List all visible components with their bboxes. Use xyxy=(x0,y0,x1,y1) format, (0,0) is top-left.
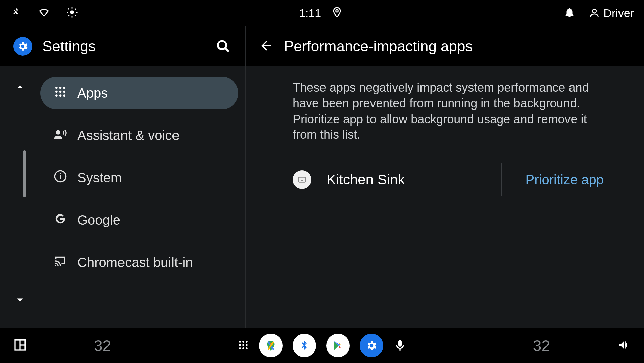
volume-icon[interactable] xyxy=(617,338,631,353)
status-bar: 1:11 Driver xyxy=(0,0,644,26)
user-label: Driver xyxy=(603,7,634,20)
app-row: Kitchen Sink Prioritize app xyxy=(293,163,604,196)
scroll-up-button[interactable] xyxy=(13,80,27,95)
cast-icon xyxy=(54,254,67,271)
svg-point-17 xyxy=(59,90,62,93)
sidebar-item-system[interactable]: System xyxy=(40,161,238,194)
detail-title: Performance-impacting apps xyxy=(284,38,473,55)
app-name: Kitchen Sink xyxy=(327,172,405,188)
notifications-icon[interactable] xyxy=(564,7,575,19)
app-launcher-button[interactable] xyxy=(238,339,249,352)
search-button[interactable] xyxy=(215,38,232,55)
svg-point-16 xyxy=(55,90,58,93)
svg-line-8 xyxy=(75,9,76,10)
svg-point-36 xyxy=(246,344,248,346)
svg-point-22 xyxy=(56,130,60,134)
svg-line-12 xyxy=(225,48,229,52)
svg-point-33 xyxy=(246,341,248,343)
sidebar-item-label: Apps xyxy=(77,86,108,101)
prioritize-app-button[interactable]: Prioritize app xyxy=(502,172,604,187)
sidebar-item-label: Assistant & voice xyxy=(77,128,180,143)
detail-header: Performance-impacting apps xyxy=(246,26,644,66)
svg-point-0 xyxy=(70,10,74,14)
svg-point-35 xyxy=(242,344,244,346)
sidebar-scrollbar[interactable] xyxy=(23,150,26,197)
svg-point-14 xyxy=(59,87,62,89)
bluetooth-icon xyxy=(10,7,21,19)
sidebar-header: Settings xyxy=(0,26,245,66)
svg-point-34 xyxy=(239,344,241,346)
svg-point-32 xyxy=(242,341,244,343)
temp-right[interactable]: 32 xyxy=(533,336,550,355)
svg-point-39 xyxy=(246,347,248,349)
svg-line-7 xyxy=(68,15,69,16)
svg-point-37 xyxy=(239,347,241,349)
app-icon xyxy=(293,170,311,189)
app-info[interactable]: Kitchen Sink xyxy=(293,170,501,189)
svg-point-9 xyxy=(336,10,338,12)
svg-point-19 xyxy=(55,94,58,97)
back-button[interactable] xyxy=(259,38,274,54)
svg-point-31 xyxy=(239,341,241,343)
svg-rect-25 xyxy=(60,173,61,174)
detail-description: These apps negatively impact system perf… xyxy=(293,80,604,143)
svg-point-10 xyxy=(593,9,596,13)
sidebar-item-chromecast[interactable]: Chromecast built-in xyxy=(40,246,238,279)
sidebar-item-label: System xyxy=(77,170,122,185)
scroll-down-button[interactable] xyxy=(13,292,27,308)
location-icon xyxy=(331,7,343,19)
settings-app-button[interactable] xyxy=(360,334,383,357)
svg-rect-27 xyxy=(301,180,303,181)
dashboard-icon[interactable] xyxy=(13,338,27,353)
info-icon xyxy=(54,170,67,186)
grid-icon xyxy=(54,85,67,101)
bottom-dock: 32 32 xyxy=(0,328,644,363)
play-store-button[interactable] xyxy=(326,334,350,357)
detail-pane: Performance-impacting apps These apps ne… xyxy=(246,26,644,328)
temp-left[interactable]: 32 xyxy=(94,336,111,355)
sidebar-item-apps[interactable]: Apps xyxy=(40,77,238,109)
sidebar-item-google[interactable]: Google xyxy=(40,203,238,236)
sidebar-title: Settings xyxy=(42,38,205,55)
settings-app-icon xyxy=(13,37,32,56)
google-g-icon xyxy=(54,212,67,228)
bluetooth-app-button[interactable] xyxy=(293,334,316,357)
svg-line-5 xyxy=(68,9,69,10)
assistant-voice-icon xyxy=(54,127,67,144)
svg-rect-24 xyxy=(60,175,61,179)
pane-divider xyxy=(245,26,246,328)
status-time: 1:11 xyxy=(299,7,321,20)
maps-app-button[interactable] xyxy=(259,334,283,357)
sidebar-item-assistant-voice[interactable]: Assistant & voice xyxy=(40,119,238,152)
svg-point-20 xyxy=(59,94,62,97)
svg-point-18 xyxy=(63,90,65,93)
svg-line-6 xyxy=(75,15,76,16)
svg-point-15 xyxy=(63,87,65,89)
settings-sidebar: Settings xyxy=(0,26,245,328)
brightness-icon xyxy=(66,7,78,19)
svg-point-13 xyxy=(55,87,58,89)
voice-assistant-button[interactable] xyxy=(393,338,407,353)
sidebar-item-label: Chromecast built-in xyxy=(77,255,193,270)
user-chip[interactable]: Driver xyxy=(589,7,634,20)
wifi-icon xyxy=(38,7,50,19)
svg-point-38 xyxy=(242,347,244,349)
sidebar-item-label: Google xyxy=(77,213,120,228)
svg-point-21 xyxy=(63,94,65,97)
sidebar-nav: Apps Assistant & voice System xyxy=(40,66,245,328)
svg-point-11 xyxy=(218,41,226,49)
